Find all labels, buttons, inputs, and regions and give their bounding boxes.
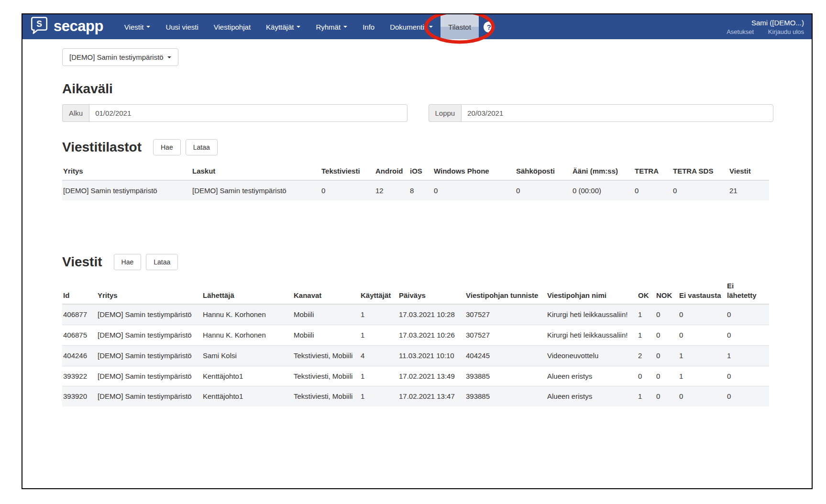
table-cell: 0 — [634, 180, 672, 201]
table-cell: Hannu K. Korhonen — [202, 325, 293, 346]
nav-item-label: Käyttäjät — [266, 23, 294, 31]
message-stats-header: Viestitilastot Hae Lataa — [62, 139, 773, 155]
table-cell: [DEMO] Samin testiympäristö — [191, 180, 320, 201]
app-window: S secapp Viestit Uusi viesti Viestipohja… — [22, 13, 813, 489]
table-row: 404246[DEMO] Samin testiympäristöSami Ko… — [62, 345, 769, 366]
column-header: Viestit — [728, 162, 769, 180]
main-nav: Viestit Uusi viesti Viestipohjat Käyttäj… — [117, 14, 499, 39]
table-row: [DEMO] Samin testiympäristö[DEMO] Samin … — [62, 180, 769, 201]
table-cell: 0 — [655, 304, 678, 325]
nav-item-ryhmat[interactable]: Ryhmät — [308, 14, 355, 39]
nav-item-uusi-viesti[interactable]: Uusi viesti — [158, 14, 206, 39]
nav-item-info[interactable]: Info — [355, 14, 382, 39]
top-navbar: S secapp Viestit Uusi viesti Viestipohja… — [22, 14, 812, 39]
table-cell: 0 — [726, 325, 769, 346]
messages-title: Viestit — [62, 254, 102, 270]
chevron-down-icon — [146, 26, 150, 28]
messages-table: IdYritysLähettäjäKanavatKäyttäjätPäiväys… — [62, 277, 769, 406]
table-cell: 406877 — [62, 304, 97, 325]
nav-item-viestit[interactable]: Viestit — [117, 14, 158, 39]
logout-link[interactable]: Kirjaudu ulos — [768, 28, 804, 35]
table-cell: 0 — [672, 180, 728, 201]
nav-item-kayttajat[interactable]: Käyttäjät — [258, 14, 308, 39]
table-cell: 0 — [678, 386, 726, 406]
table-cell: 0 — [655, 366, 678, 386]
table-cell: Kenttäjohto1 — [202, 366, 293, 386]
table-cell: 1 — [360, 304, 398, 325]
table-cell: 17.02.2021 13:49 — [398, 366, 465, 386]
table-cell: 0 — [515, 180, 572, 201]
column-header: Yritys — [62, 162, 191, 180]
table-cell: 0 — [655, 345, 678, 366]
table-header-row: IdYritysLähettäjäKanavatKäyttäjätPäiväys… — [62, 277, 769, 304]
table-cell: Alueen eristys — [546, 366, 637, 386]
end-date-input[interactable] — [461, 104, 773, 122]
nav-item-label: Info — [363, 23, 374, 31]
table-cell: 4 — [360, 345, 398, 366]
timerange-title: Aikaväli — [62, 81, 773, 97]
table-cell: 393922 — [62, 366, 97, 386]
start-date-input[interactable] — [89, 104, 407, 122]
column-header: Tekstiviesti — [320, 162, 374, 180]
table-cell: 393885 — [465, 386, 546, 406]
page-content: [DEMO] Samin testiympäristö Aikaväli Alk… — [22, 39, 812, 406]
table-cell: 1 — [637, 386, 655, 406]
start-date-label: Alku — [62, 104, 89, 122]
message-stats-download-button[interactable]: Lataa — [186, 139, 218, 155]
table-row: 393922[DEMO] Samin testiympäristöKenttäj… — [62, 366, 769, 386]
column-header: Päiväys — [398, 277, 465, 304]
environment-selector[interactable]: [DEMO] Samin testiympäristö — [62, 48, 178, 66]
brand[interactable]: S secapp — [29, 16, 103, 38]
table-header-row: YritysLaskutTekstiviestiAndroidiOSWindow… — [62, 162, 769, 180]
nav-item-dokumentit[interactable]: Dokumentit — [382, 14, 441, 39]
help-button[interactable]: ? — [479, 14, 499, 39]
nav-item-viestipohjat[interactable]: Viestipohjat — [206, 14, 258, 39]
table-cell: 17.03.2021 10:28 — [398, 304, 465, 325]
table-cell: 17.02.2021 13:47 — [398, 386, 465, 406]
brand-name: secapp — [54, 19, 103, 35]
messages-header: Viestit Hae Lataa — [62, 254, 773, 270]
column-header: Id — [62, 277, 97, 304]
user-name[interactable]: Sami ([DEMO...) — [727, 19, 804, 27]
chevron-down-icon — [343, 26, 347, 28]
table-cell: 12 — [374, 180, 409, 201]
table-cell: Tekstiviesti, Mobiili — [293, 345, 360, 366]
column-header: Yritys — [97, 277, 202, 304]
table-cell: 0 — [320, 180, 374, 201]
column-header: TETRA SDS — [672, 162, 728, 180]
table-cell: 307527 — [465, 325, 546, 346]
message-stats-search-button[interactable]: Hae — [153, 139, 181, 155]
column-header: Viestipohjan tunniste — [465, 277, 546, 304]
table-cell: Kirurgi heti leikkaussaliin! — [546, 325, 637, 346]
column-header: Laskut — [191, 162, 320, 180]
table-cell: 1 — [726, 345, 769, 366]
table-cell: 406875 — [62, 325, 97, 346]
table-cell: 0 — [726, 386, 769, 406]
messages-download-button[interactable]: Lataa — [146, 254, 178, 270]
table-cell: 1 — [637, 304, 655, 325]
nav-item-label: Tilastot — [448, 23, 471, 31]
table-cell: 1 — [360, 325, 398, 346]
table-cell: 1 — [360, 366, 398, 386]
table-cell: 1 — [637, 325, 655, 346]
table-cell: 404246 — [62, 345, 97, 366]
column-header: Kanavat — [293, 277, 360, 304]
table-cell: 8 — [409, 180, 433, 201]
column-header: NOK — [655, 277, 678, 304]
table-cell: 1 — [678, 366, 726, 386]
table-cell: 0 — [655, 325, 678, 346]
nav-item-label: Viestit — [124, 23, 144, 31]
table-cell: 307527 — [465, 304, 546, 325]
column-header: TETRA — [634, 162, 672, 180]
environment-selector-label: [DEMO] Samin testiympäristö — [69, 53, 164, 61]
table-cell: Kirurgi heti leikkaussaliin! — [546, 304, 637, 325]
table-cell: 17.03.2021 10:26 — [398, 325, 465, 346]
table-cell: 0 — [655, 386, 678, 406]
nav-item-tilastot[interactable]: Tilastot — [441, 14, 479, 39]
message-stats-title: Viestitilastot — [62, 140, 142, 155]
column-header: Sähköposti — [515, 162, 572, 180]
table-cell: 0 — [726, 366, 769, 386]
nav-item-label: Ryhmät — [316, 23, 341, 31]
messages-search-button[interactable]: Hae — [114, 254, 142, 270]
settings-link[interactable]: Asetukset — [727, 28, 754, 35]
